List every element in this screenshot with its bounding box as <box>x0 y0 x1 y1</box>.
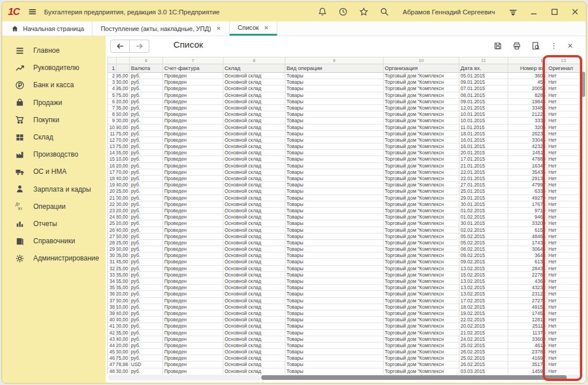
sidebar-item-operacii[interactable]: ДтКтОперации <box>2 198 106 215</box>
tab-close-icon[interactable]: ✕ <box>216 25 221 32</box>
table-row[interactable]: 48330,00руб.ПроведенОсновной складТовары… <box>108 368 580 374</box>
table-row[interactable]: 10390,00руб.ПроведенОсновной складТовары… <box>108 125 580 131</box>
sidebar-item-administrirovanie[interactable]: Администрирование <box>2 250 106 267</box>
sidebar-item-bank-i-kassa[interactable]: Банк и касса <box>2 76 106 94</box>
notifications-icon[interactable] <box>318 7 327 17</box>
cell-date_in: 01.02.2015 <box>459 208 508 214</box>
current-user[interactable]: Абрамов Геннадий Сергеевич <box>403 9 495 15</box>
table-row[interactable]: 37360,00руб.ПроведенОсновной складТовары… <box>108 298 580 304</box>
table-row[interactable]: 6220,00руб.ПроведенОсновной складТоварыТ… <box>108 99 580 105</box>
cell-row_num: 9 <box>108 118 117 124</box>
table-row[interactable]: 34365,00руб.ПроведенОсновной складТовары… <box>108 278 580 285</box>
cell-invoice: Проведен <box>163 111 223 118</box>
sidebar-item-prodazhi[interactable]: Продажи <box>2 94 106 111</box>
close-view-icon[interactable]: ✕ <box>567 42 573 50</box>
forward-button[interactable] <box>130 40 149 53</box>
sidebar-item-spravochniki[interactable]: Справочники <box>2 232 106 250</box>
close-window-icon[interactable] <box>570 7 580 17</box>
table-row[interactable]: 36320,00руб.ПроведенОсновной складТовары… <box>108 291 580 297</box>
horizontal-scrollbar[interactable] <box>108 375 580 380</box>
table-row[interactable]: 5075,00руб.ПроведенОсновной складТоварыТ… <box>108 92 580 99</box>
vertical-scrollbar-thumb[interactable] <box>582 72 585 97</box>
table-row[interactable]: 12570,00руб.ПроведенОсновной складТовары… <box>108 137 580 143</box>
sidebar-item-rukovoditelyu[interactable]: Руководителю <box>2 59 106 76</box>
table-row[interactable]: 31345,00руб.ПроведенОсновной складТовары… <box>108 259 580 265</box>
table-row[interactable]: 13375,00руб.ПроведенОсновной складТовары… <box>108 143 580 150</box>
table-row[interactable]: 17370,00руб.ПроведенОсновной складТовары… <box>108 169 580 176</box>
save-icon[interactable] <box>493 41 502 50</box>
table-row[interactable]: 39340,00руб.ПроведенОсновной складТовары… <box>108 310 580 317</box>
table-row[interactable]: 24780,00руб.ПроведенОсновной складТовары… <box>108 214 580 220</box>
service-menu-icon[interactable] <box>508 7 518 17</box>
preview-icon[interactable] <box>531 41 540 50</box>
table-row[interactable]: 2495,00руб.ПроведенОсновной складТоварыТ… <box>108 73 580 79</box>
table-row[interactable]: 18340,00руб.ПроведенОсновной складТовары… <box>108 176 580 182</box>
table-row[interactable]: 4995,00руб.ПроведенОсновной складТоварыТ… <box>108 85 580 92</box>
table-row[interactable]: 23220,00руб.ПроведенОсновной складТовары… <box>108 208 580 214</box>
maximize-icon[interactable] <box>550 7 559 17</box>
sidebar-item-zarplata-i-kadry[interactable]: Зарплата и кадры <box>2 181 106 198</box>
table-row[interactable]: 19340,00руб.ПроведенОсновной складТовары… <box>108 182 580 188</box>
search-icon[interactable] <box>380 7 389 17</box>
sidebar-item-proizvodstvo[interactable]: Производство <box>2 146 106 163</box>
table-row[interactable]: 26340,00руб.ПроведенОсновной складТовары… <box>108 227 580 234</box>
more-icon[interactable]: ⋮ <box>550 43 558 49</box>
sidebar-item-glavnoe[interactable]: Главное <box>2 42 106 59</box>
sidebar-item-os-i-nma[interactable]: ОС и НМА <box>2 163 106 180</box>
tab-close-icon[interactable]: ✕ <box>264 25 269 31</box>
cell-warehouse: Основной склад <box>223 252 285 259</box>
table-row[interactable]: 45160,00руб.ПроведенОсновной складТовары… <box>108 349 580 355</box>
print-icon[interactable] <box>512 41 521 50</box>
cell-date_in: 08.02.2015 <box>459 246 508 252</box>
cell-date_in: 01.02.2015 <box>459 214 508 220</box>
cell-original: Нет <box>547 99 580 105</box>
table-row[interactable]: 3530,00руб.ПроведенОсновной складТоварыТ… <box>108 79 580 85</box>
table-row[interactable]: 7035,00руб.ПроведенОсновной складТоварыТ… <box>108 105 580 111</box>
table-row[interactable]: 22200,00руб.ПроведенОсновной складТовары… <box>108 201 580 208</box>
table-row[interactable]: 15410,00руб.ПроведенОсновной складТовары… <box>108 156 580 162</box>
minimize-icon[interactable] <box>529 7 539 17</box>
table-row[interactable]: 20525,00руб.ПроведенОсновной складТовары… <box>108 188 580 195</box>
table-row[interactable]: 8960,00руб.ПроведенОсновной складТоварыТ… <box>108 111 580 118</box>
table-row[interactable]: 16320,00руб.ПроведенОсновной складТовары… <box>108 163 580 169</box>
favorites-icon[interactable] <box>359 7 369 17</box>
main-menu-icon[interactable] <box>28 7 37 17</box>
cell-amount: 780,00 <box>117 214 130 220</box>
table-row[interactable]: 41300,00руб.ПроведенОсновной складТовары… <box>108 323 580 329</box>
cell-warehouse: Основной склад <box>223 330 285 336</box>
table-row[interactable]: 28525,00руб.ПроведенОсновной складТовары… <box>108 240 580 246</box>
table-row[interactable]: 47278,98USDПроведенОсновной складТоварыТ… <box>108 361 580 368</box>
tab-home[interactable]: Начальная страница <box>2 21 92 36</box>
cell-org: Торговый дом "Комплексн <box>384 163 459 169</box>
table-row[interactable]: 30305,00руб.ПроведенОсновной складТовары… <box>108 252 580 259</box>
table-row[interactable]: 40340,00руб.ПроведенОсновной складТовары… <box>108 317 580 323</box>
cell-row_num: 40 <box>108 317 117 323</box>
table-row[interactable]: 27350,00руб.ПроведенОсновной складТовары… <box>108 234 580 240</box>
table-row[interactable]: 25120,00руб.ПроведенОсновной складТовары… <box>108 220 580 227</box>
back-button[interactable] <box>110 40 130 53</box>
table-row[interactable]: 42735,00руб.ПроведенОсновной складТовары… <box>108 330 580 336</box>
table-row[interactable]: 46375,00руб.ПроведенОсновной складТовары… <box>108 355 580 361</box>
app-window: 1С Бухгалтерия предприятия, редакция 3.0… <box>1 1 587 384</box>
table-row[interactable]: 44220,00руб.ПроведенОсновной складТовары… <box>108 343 580 349</box>
table-row[interactable]: 29360,00руб.ПроведенОсновной складТовары… <box>108 246 580 252</box>
table-row[interactable]: 33135,00руб.ПроведенОсновной складТовары… <box>108 272 580 278</box>
vertical-scrollbar[interactable] <box>581 57 586 374</box>
sidebar-item-pokupki[interactable]: Покупки <box>2 111 106 129</box>
sidebar-item-otchety[interactable]: Отчеты <box>2 215 106 232</box>
table-row[interactable]: 38310,00руб.ПроведенОсновной складТовары… <box>108 304 580 310</box>
table-row[interactable]: 35135,00руб.ПроведенОсновной складТовары… <box>108 285 580 291</box>
table-row[interactable]: 11375,00руб.ПроведенОсновной складТовары… <box>108 131 580 137</box>
table-row[interactable]: 32125,00руб.ПроведенОсновной складТовары… <box>108 266 580 272</box>
table-row[interactable]: 14555,00руб.ПроведенОсновной складТовары… <box>108 150 580 156</box>
table-row[interactable]: 21300,00руб.ПроведенОсновной складТовары… <box>108 195 580 201</box>
table-row[interactable]: 9200,00руб.ПроведенОсновной складТоварыТ… <box>108 118 580 124</box>
tab-postuplenie[interactable]: Поступление (акты, накладные, УПД) ✕ <box>92 21 230 36</box>
horizontal-scrollbar-thumb[interactable] <box>261 375 567 380</box>
tab-spisok[interactable]: Список ✕ <box>230 21 277 36</box>
cell-currency: руб. <box>130 156 163 162</box>
sidebar-item-sklad[interactable]: Склад <box>2 129 106 146</box>
history-icon[interactable] <box>338 7 348 17</box>
table-row[interactable]: 43140,00руб.ПроведенОсновной складТовары… <box>108 336 580 343</box>
cell-num_in: 21224 <box>508 111 547 118</box>
